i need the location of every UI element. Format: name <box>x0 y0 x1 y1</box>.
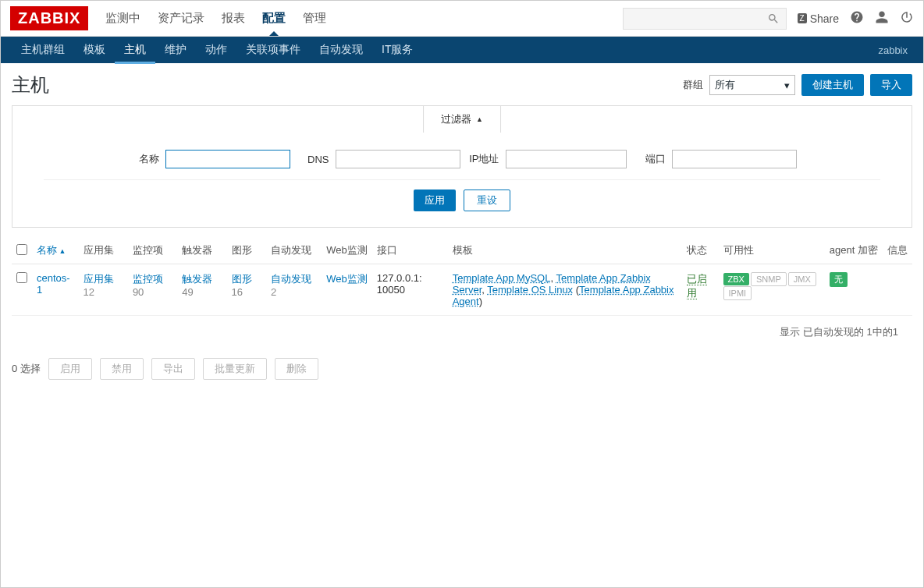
page-header: 主机 群组 所有 ▾ 创建主机 导入 <box>1 63 923 105</box>
user-icon[interactable] <box>875 10 889 27</box>
group-label: 群组 <box>683 78 703 92</box>
sub-nav: 主机群组 模板 主机 维护 动作 关联项事件 自动发现 IT服务 zabbix <box>1 37 923 63</box>
status-toggle[interactable]: 已启用 <box>687 273 707 299</box>
group-select[interactable]: 所有 ▾ <box>709 75 795 95</box>
apps-count: 12 <box>84 286 94 298</box>
nav-monitoring[interactable]: 监测中 <box>105 2 140 35</box>
select-all-checkbox[interactable] <box>16 244 27 255</box>
discovery-link[interactable]: 自动发现 <box>271 273 311 285</box>
col-agent: agent 加密 <box>825 237 883 264</box>
col-apps[interactable]: 应用集 <box>79 237 128 264</box>
chevron-down-icon: ▾ <box>784 80 790 91</box>
nav-inventory[interactable]: 资产记录 <box>158 2 204 35</box>
interface-value: 127.0.0.1: 10050 <box>372 264 448 316</box>
bulk-actions: 0 选择 启用 禁用 导出 批量更新 删除 <box>1 349 923 389</box>
power-icon[interactable] <box>900 10 914 27</box>
filter-buttons: 应用 重设 <box>12 190 912 211</box>
paren: ) <box>479 296 482 307</box>
col-name[interactable]: 名称 <box>32 237 79 264</box>
share-link[interactable]: Z Share <box>798 12 839 25</box>
col-templates: 模板 <box>448 237 682 264</box>
page-title: 主机 <box>12 73 49 97</box>
filter-name-input[interactable] <box>165 150 290 168</box>
graphs-count: 16 <box>232 286 243 298</box>
import-button[interactable]: 导入 <box>870 74 912 96</box>
search-input[interactable] <box>623 8 787 30</box>
filter-divider <box>44 179 880 180</box>
create-host-button[interactable]: 创建主机 <box>801 74 864 96</box>
filter-ip-label: IP地址 <box>468 152 499 166</box>
col-web[interactable]: Web监测 <box>322 237 372 264</box>
avail-jmx: JMX <box>788 272 816 286</box>
selected-count: 0 选择 <box>12 362 41 376</box>
col-availability: 可用性 <box>719 237 825 264</box>
mass-update-button[interactable]: 批量更新 <box>203 358 267 380</box>
group-select-value: 所有 <box>715 78 735 92</box>
host-name-link[interactable]: centos-1 <box>37 272 70 296</box>
avail-ipmi: IPMI <box>723 286 752 300</box>
template-link[interactable]: Template App MySQL <box>453 272 551 284</box>
nav-configuration[interactable]: 配置 <box>262 2 286 35</box>
breadcrumb: zabbix <box>878 44 912 56</box>
triggers-link[interactable]: 触发器 <box>182 273 212 285</box>
table-row: centos-1 应用集 12 监控项 90 触发器 49 图形 16 自动发现… <box>12 264 912 316</box>
table-footer-info: 显示 已自动发现的 1中的1 <box>12 316 912 349</box>
top-right: Z Share <box>623 8 914 30</box>
col-status[interactable]: 状态 <box>682 237 719 264</box>
filter-dns-input[interactable] <box>336 150 460 168</box>
graphs-link[interactable]: 图形 <box>232 273 252 285</box>
nav-reports[interactable]: 报表 <box>222 2 245 35</box>
col-interface: 接口 <box>372 237 448 264</box>
items-link[interactable]: 监控项 <box>133 273 163 285</box>
subnav-discovery[interactable]: 自动发现 <box>310 37 372 63</box>
web-link[interactable]: Web监测 <box>326 273 368 285</box>
apps-link[interactable]: 应用集 <box>84 273 114 285</box>
info-cell <box>883 264 912 316</box>
template-link[interactable]: Template OS Linux <box>487 284 573 296</box>
items-count: 90 <box>133 286 144 298</box>
filter-ip-input[interactable] <box>506 150 627 168</box>
share-label: Share <box>810 12 839 25</box>
subnav-hosts[interactable]: 主机 <box>115 37 155 64</box>
filter-dns-label: DNS <box>298 154 329 165</box>
filter-row: 名称 DNS IP地址 端口 <box>12 137 912 175</box>
filter-port-label: 端口 <box>634 152 666 166</box>
export-button[interactable]: 导出 <box>151 358 195 380</box>
delete-button[interactable]: 删除 <box>275 358 318 380</box>
subnav-correlation[interactable]: 关联项事件 <box>236 37 310 63</box>
logo[interactable]: ZABBIX <box>10 6 88 30</box>
avail-zbx: ZBX <box>723 273 749 285</box>
filter-toggle[interactable]: 过滤器 <box>423 105 501 133</box>
paren: ( <box>573 284 579 296</box>
filter-panel: 过滤器 名称 DNS IP地址 端口 应用 重设 <box>12 105 912 228</box>
triggers-count: 49 <box>182 286 193 298</box>
col-items[interactable]: 监控项 <box>128 237 177 264</box>
col-info: 信息 <box>883 237 912 264</box>
hosts-table: 名称 应用集 监控项 触发器 图形 自动发现 Web监测 接口 模板 状态 可用… <box>12 237 912 349</box>
templates-cell: Template App MySQL, Template App Zabbix … <box>448 264 682 316</box>
help-icon[interactable] <box>850 10 864 27</box>
search-icon <box>767 12 780 25</box>
subnav-services[interactable]: IT服务 <box>372 37 422 63</box>
filter-name-label: 名称 <box>128 152 159 166</box>
topbar: ZABBIX 监测中 资产记录 报表 配置 管理 Z Share <box>1 1 923 37</box>
nav-administration[interactable]: 管理 <box>303 2 326 35</box>
filter-apply-button[interactable]: 应用 <box>414 190 456 211</box>
disable-button[interactable]: 禁用 <box>100 358 144 380</box>
agent-encryption: 无 <box>830 272 848 287</box>
filter-reset-button[interactable]: 重设 <box>464 190 510 211</box>
col-triggers[interactable]: 触发器 <box>177 237 226 264</box>
subnav-hostgroups[interactable]: 主机群组 <box>12 37 74 63</box>
subnav-actions[interactable]: 动作 <box>196 37 236 63</box>
col-graphs[interactable]: 图形 <box>227 237 266 264</box>
table-header-row: 名称 应用集 监控项 触发器 图形 自动发现 Web监测 接口 模板 状态 可用… <box>12 237 912 264</box>
avail-snmp: SNMP <box>751 272 787 286</box>
filter-port-input[interactable] <box>672 150 797 168</box>
main-nav: 监测中 资产记录 报表 配置 管理 <box>105 2 326 35</box>
enable-button[interactable]: 启用 <box>48 358 92 380</box>
row-checkbox[interactable] <box>16 272 27 283</box>
subnav-maintenance[interactable]: 维护 <box>155 37 196 63</box>
col-discovery[interactable]: 自动发现 <box>266 237 322 264</box>
subnav-templates[interactable]: 模板 <box>74 37 115 63</box>
share-badge: Z <box>798 13 807 23</box>
